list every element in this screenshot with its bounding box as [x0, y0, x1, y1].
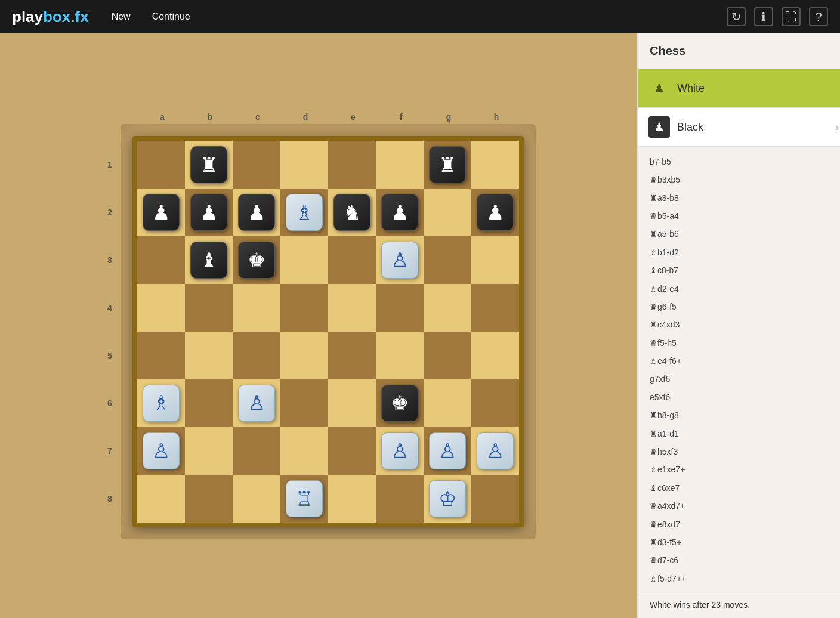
move-item-15[interactable]: e5xf6: [638, 388, 840, 406]
square-h2[interactable]: ♙: [471, 427, 519, 475]
move-item-1[interactable]: ♟c1-a3: [638, 147, 840, 153]
piece-black-rook-g8[interactable]: ♜: [429, 146, 466, 183]
square-g4[interactable]: [424, 332, 471, 379]
square-d7[interactable]: ♗: [280, 189, 328, 236]
square-b1[interactable]: [185, 475, 233, 523]
square-c3[interactable]: ♙: [233, 379, 280, 427]
move-item-20[interactable]: ♝c6xe7: [638, 479, 840, 497]
square-d5[interactable]: [280, 284, 328, 332]
square-h3[interactable]: [471, 379, 519, 427]
move-item-10[interactable]: ♛g6-f5: [638, 298, 840, 316]
square-e5[interactable]: [328, 284, 376, 332]
square-d3[interactable]: [280, 379, 328, 427]
move-item-6[interactable]: ♜a5-b6: [638, 225, 840, 243]
move-item-25[interactable]: ♗f5-d7++: [638, 570, 840, 588]
square-a5[interactable]: [137, 284, 185, 332]
square-f1[interactable]: [376, 475, 424, 523]
piece-white-bishop-d7[interactable]: ♗: [286, 194, 323, 231]
piece-black-pawn-f7[interactable]: ♟: [381, 194, 418, 231]
square-g2[interactable]: ♙: [424, 427, 471, 475]
move-item-18[interactable]: ♛h5xf3: [638, 443, 840, 461]
piece-black-bishop-b6[interactable]: ♝: [190, 242, 227, 279]
piece-black-rook-b8[interactable]: ♜: [190, 146, 227, 183]
refresh-icon[interactable]: ↻: [727, 7, 746, 26]
move-item-3[interactable]: ♛b3xb5: [638, 171, 840, 189]
square-c6[interactable]: ♚: [233, 236, 280, 284]
square-e2[interactable]: [328, 427, 376, 475]
square-b7[interactable]: ♟: [185, 189, 233, 236]
piece-white-pawn-c3[interactable]: ♙: [238, 385, 275, 422]
piece-black-pawn-a7[interactable]: ♟: [143, 194, 180, 231]
square-a2[interactable]: ♙: [137, 427, 185, 475]
square-e3[interactable]: [328, 379, 376, 427]
square-e4[interactable]: [328, 332, 376, 379]
square-f7[interactable]: ♟: [376, 189, 424, 236]
square-d8[interactable]: [280, 141, 328, 189]
piece-black-pawn-b7[interactable]: ♟: [190, 194, 227, 231]
move-item-8[interactable]: ♝c8-b7: [638, 261, 840, 279]
square-d4[interactable]: [280, 332, 328, 379]
square-b4[interactable]: [185, 332, 233, 379]
square-d2[interactable]: [280, 427, 328, 475]
square-b5[interactable]: [185, 284, 233, 332]
square-b6[interactable]: ♝: [185, 236, 233, 284]
move-item-13[interactable]: ♗e4-f6+: [638, 352, 840, 370]
move-item-14[interactable]: g7xf6: [638, 370, 840, 388]
move-item-19[interactable]: ♗e1xe7+: [638, 461, 840, 478]
square-a3[interactable]: ♗: [137, 379, 185, 427]
move-item-24[interactable]: ♛d7-c6: [638, 551, 840, 569]
square-b8[interactable]: ♜: [185, 141, 233, 189]
square-c8[interactable]: [233, 141, 280, 189]
move-list[interactable]: ♟g8-e7♟c1-a3b7-b5♛b3xb5♜a8-b8♛b5-a4♜a5-b…: [638, 147, 840, 594]
square-g8[interactable]: ♜: [424, 141, 471, 189]
square-h5[interactable]: [471, 284, 519, 332]
square-f8[interactable]: [376, 141, 424, 189]
move-item-22[interactable]: ♛e8xd7: [638, 515, 840, 533]
player-row-black[interactable]: ♟ Black ›: [638, 108, 840, 147]
square-c7[interactable]: ♟: [233, 189, 280, 236]
square-f4[interactable]: [376, 332, 424, 379]
square-h8[interactable]: [471, 141, 519, 189]
square-g6[interactable]: [424, 236, 471, 284]
piece-black-king-f3[interactable]: ♚: [381, 385, 418, 422]
square-c5[interactable]: [233, 284, 280, 332]
square-b3[interactable]: [185, 379, 233, 427]
new-button[interactable]: New: [107, 9, 135, 24]
player-row-white[interactable]: ♟ White: [638, 69, 840, 108]
piece-white-pawn-a2[interactable]: ♙: [143, 432, 180, 469]
piece-black-pawn-h7[interactable]: ♟: [477, 194, 514, 231]
square-c2[interactable]: [233, 427, 280, 475]
square-g5[interactable]: [424, 284, 471, 332]
square-f6[interactable]: ♙: [376, 236, 424, 284]
square-e1[interactable]: [328, 475, 376, 523]
piece-white-king-g1[interactable]: ♔: [429, 480, 466, 517]
square-g3[interactable]: [424, 379, 471, 427]
square-e7[interactable]: ♞: [328, 189, 376, 236]
square-a1[interactable]: [137, 475, 185, 523]
continue-button[interactable]: Continue: [147, 9, 195, 24]
piece-white-pawn-h2[interactable]: ♙: [477, 432, 514, 469]
square-a4[interactable]: [137, 332, 185, 379]
move-item-16[interactable]: ♜h8-g8: [638, 406, 840, 424]
square-h7[interactable]: ♟: [471, 189, 519, 236]
piece-white-bishop-a3[interactable]: ♗: [143, 385, 180, 422]
move-item-11[interactable]: ♜c4xd3: [638, 316, 840, 333]
square-f5[interactable]: [376, 284, 424, 332]
square-c1[interactable]: [233, 475, 280, 523]
square-f3[interactable]: ♚: [376, 379, 424, 427]
piece-black-pawn-c7[interactable]: ♟: [238, 194, 275, 231]
move-item-2[interactable]: b7-b5: [638, 153, 840, 171]
move-item-17[interactable]: ♜a1-d1: [638, 425, 840, 443]
piece-black-knight-e7[interactable]: ♞: [333, 194, 370, 231]
help-icon[interactable]: ?: [809, 7, 828, 26]
move-item-7[interactable]: ♗b1-d2: [638, 243, 840, 261]
square-e6[interactable]: [328, 236, 376, 284]
square-b2[interactable]: [185, 427, 233, 475]
square-d6[interactable]: [280, 236, 328, 284]
square-h1[interactable]: [471, 475, 519, 523]
square-f2[interactable]: ♙: [376, 427, 424, 475]
square-a7[interactable]: ♟: [137, 189, 185, 236]
move-item-23[interactable]: ♜d3-f5+: [638, 533, 840, 551]
move-item-4[interactable]: ♜a8-b8: [638, 189, 840, 207]
square-a8[interactable]: [137, 141, 185, 189]
